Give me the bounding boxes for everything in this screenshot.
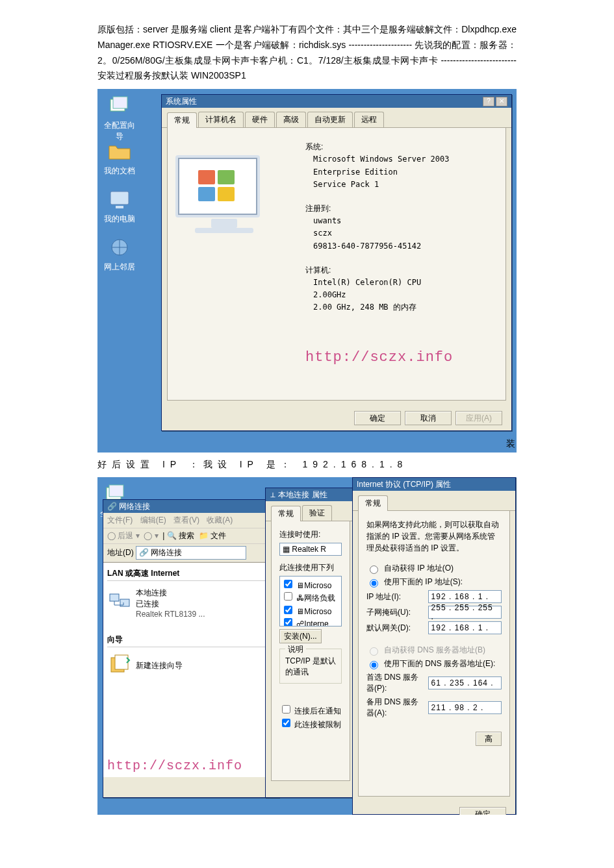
dialog-buttons: 确定: [353, 802, 515, 815]
checkbox[interactable]: [282, 705, 290, 713]
ip-label: IP 地址(I):: [366, 591, 424, 602]
radio[interactable]: [370, 661, 378, 669]
list-item[interactable]: ☍Interne: [281, 616, 340, 626]
cancel-button[interactable]: 取消: [405, 411, 452, 425]
article-text: 原版包括：server 是服务端 client 是客户端补丁有四个文件：其中三个…: [0, 0, 614, 89]
desktop-icon-documents[interactable]: 我的文档: [101, 138, 138, 177]
lan-general-panel: 连接时使用: ▦ Realtek R 此连接使用下列 🖥Microso 🖧网络负…: [271, 521, 350, 781]
tab-auto-updates[interactable]: 自动更新: [307, 112, 353, 127]
svg-rect-6: [109, 485, 123, 497]
components-list[interactable]: 🖥Microso 🖧网络负载 🖥Microso ☍Interne: [279, 576, 342, 626]
limited-checkbox-row[interactable]: 此连接被限制: [279, 717, 342, 730]
tab-auth[interactable]: 验证: [302, 505, 332, 521]
client-icon: 🖥: [296, 581, 304, 590]
network-icon: 🔗: [107, 502, 117, 511]
advanced-button[interactable]: 高: [476, 732, 502, 746]
adapter-field[interactable]: ▦ Realtek R: [279, 543, 342, 556]
checkbox[interactable]: [284, 580, 292, 588]
subnet-mask-input[interactable]: 255 . 255 . 255 .: [428, 606, 502, 619]
lan-icon: [109, 591, 131, 615]
ok-button[interactable]: 确定: [459, 807, 506, 815]
explorer-body: LAN 或高速 Internet 本地连接 已连接 Realtek RTL813…: [103, 562, 279, 777]
titlebar[interactable]: 🔗 网络连接: [103, 500, 279, 513]
general-panel: 系统: Microsoft Windows Server 2003 Enterp…: [167, 128, 506, 401]
close-button[interactable]: ✕: [496, 97, 507, 106]
list-item[interactable]: 🖥Microso: [281, 604, 340, 616]
ip-address-input[interactable]: 192 . 168 . 1 .: [428, 590, 502, 603]
tcpip-properties-window: Internet 协议 (TCP/IP) 属性 常规 如果网络支持此功能，则可以…: [352, 477, 516, 815]
folders-button[interactable]: 📁 文件: [199, 531, 226, 540]
adapter-name: Realtek R: [292, 545, 326, 554]
checkbox[interactable]: [284, 606, 292, 614]
nav-toolbar: ◯ 后退 ▾ ◯ ▾ | 🔍 搜索 📁 文件: [103, 528, 279, 544]
items-label: 此连接使用下列: [279, 562, 342, 573]
address-bar: 地址(D) 🔗 网络连接: [103, 544, 279, 562]
back-button[interactable]: ◯ 后退 ▾: [107, 531, 140, 540]
menu-file[interactable]: 文件(F): [107, 515, 133, 525]
desktop-icon-label: 我的文档: [101, 166, 138, 177]
checkbox-label: 此连接被限制: [294, 720, 341, 729]
wizard-section-label: 向导: [107, 633, 275, 647]
network-icon: 🔗: [139, 548, 149, 557]
radio[interactable]: [370, 579, 378, 588]
tab-general[interactable]: 常规: [358, 495, 388, 511]
tcpip-general-panel: 如果网络支持此功能，则可以获取自动指派的 IP 设置。您需要从网络系统管理员处获…: [358, 511, 510, 797]
dns1-input[interactable]: 61 . 235 . 164 .: [428, 676, 502, 689]
titlebar[interactable]: Internet 协议 (TCP/IP) 属性: [353, 478, 515, 491]
menu-fav[interactable]: 收藏(A): [207, 515, 233, 525]
watermark-text: http://sczx.info: [107, 758, 275, 773]
system-line: Enterprise Edition: [305, 166, 498, 179]
tab-general[interactable]: 常规: [271, 506, 301, 521]
checkbox[interactable]: [284, 592, 292, 601]
radio-label: 使用下面的 DNS 服务器地址(E):: [384, 658, 495, 669]
tabs-row: 常规 计算机名 硬件 高级 自动更新 远程: [162, 108, 511, 128]
gateway-input[interactable]: 192 . 168 . 1 .: [428, 621, 502, 634]
desc-legend: 说明: [285, 644, 306, 655]
apply-button[interactable]: 应用(A): [455, 411, 502, 425]
desktop-icon-network[interactable]: 网上邻居: [101, 234, 138, 273]
local-area-connection-item[interactable]: 本地连接 已连接 Realtek RTL8139 ...: [107, 585, 275, 621]
intro-text: 如果网络支持此功能，则可以获取自动指派的 IP 设置。您需要从网络系统管理员处获…: [366, 519, 502, 554]
search-button[interactable]: 🔍 搜索: [167, 531, 194, 540]
tab-hardware[interactable]: 硬件: [245, 112, 275, 127]
new-connection-wizard-item[interactable]: 新建连接向导: [107, 651, 275, 680]
wizard-icon: [109, 654, 131, 678]
desktop-icon-mycomputer[interactable]: 我的电脑: [101, 186, 138, 225]
radio-manual-dns[interactable]: 使用下面的 DNS 服务器地址(E):: [366, 658, 502, 669]
list-item[interactable]: 🖧网络负载: [281, 590, 340, 604]
connection-status: 已连接: [136, 599, 205, 610]
wizard-icon: [107, 93, 133, 119]
radio-auto-ip[interactable]: 自动获得 IP 地址(O): [366, 563, 502, 574]
titlebar[interactable]: 系统属性 ? ✕: [162, 95, 511, 108]
dns2-input[interactable]: 211 . 98 . 2 .: [428, 701, 502, 714]
help-button[interactable]: ?: [483, 97, 494, 106]
tab-computer-name[interactable]: 计算机名: [198, 112, 244, 127]
trailing-char: 装: [506, 438, 515, 450]
tab-general[interactable]: 常规: [167, 112, 197, 128]
checkbox[interactable]: [282, 719, 290, 727]
forward-button[interactable]: ◯ ▾: [144, 531, 158, 540]
menu-view[interactable]: 查看(V): [173, 515, 199, 525]
tabs-row: 常规: [353, 491, 515, 511]
tab-remote[interactable]: 远程: [354, 112, 384, 127]
notify-checkbox-row[interactable]: 连接后在通知: [279, 703, 342, 717]
radio-manual-ip[interactable]: 使用下面的 IP 地址(S):: [366, 577, 502, 588]
system-label: 系统:: [305, 141, 498, 153]
titlebar[interactable]: ⊥ 本地连接 属性: [266, 488, 355, 501]
connect-using-label: 连接时使用:: [279, 529, 342, 540]
lan-properties-window: ⊥ 本地连接 属性 常规 验证 连接时使用: ▦ Realtek R 此连接使用…: [265, 488, 356, 798]
service-icon: 🖥: [296, 607, 304, 616]
watermark-text: http://sczx.info: [305, 346, 498, 369]
computer-line: 2.00 GHz, 248 MB 的内存: [305, 301, 498, 314]
menu-edit[interactable]: 编辑(E): [140, 515, 166, 525]
checkbox[interactable]: [284, 618, 292, 626]
tab-advanced[interactable]: 高级: [276, 112, 306, 127]
list-item[interactable]: 🖥Microso: [281, 578, 340, 590]
desktop-icon-wizard[interactable]: 全配置向导: [101, 93, 138, 142]
address-input[interactable]: 🔗 网络连接: [136, 546, 246, 560]
connection-name: 本地连接: [136, 588, 205, 599]
install-button[interactable]: 安装(N)...: [279, 629, 322, 643]
ok-button[interactable]: 确定: [354, 411, 401, 425]
radio[interactable]: [370, 565, 378, 574]
computer-line: 2.00GHz: [305, 289, 498, 301]
